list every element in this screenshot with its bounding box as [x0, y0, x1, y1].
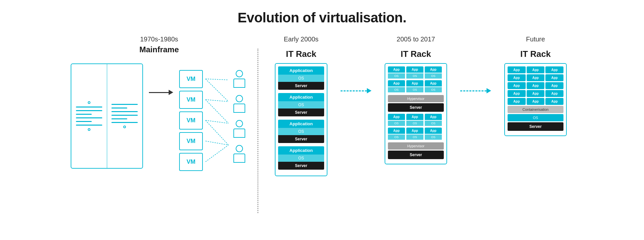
- user-body-1: [233, 79, 245, 88]
- f-app-9: App: [545, 82, 563, 89]
- era-early2000s: Early 2000s IT Rack Application OS Serve…: [275, 36, 327, 176]
- future-app-grid-3: App App App: [508, 82, 563, 89]
- era-2017-label: 2005 to 2017: [397, 36, 435, 43]
- line-1: [76, 107, 102, 108]
- future-app-grid-2: App App App: [508, 74, 563, 81]
- arrow-dotted-line-1: [341, 90, 367, 91]
- line-r1: [111, 104, 138, 105]
- mini-os-2: OS: [406, 73, 423, 79]
- arrow-dotted-shape-1: [341, 88, 371, 93]
- svg-line-4: [205, 120, 228, 123]
- f-app-14: App: [527, 98, 545, 105]
- rack-group-3: Application OS Server: [278, 120, 324, 145]
- separator-1: [257, 49, 258, 213]
- rack-os-4: OS: [278, 155, 324, 162]
- mini-app-4: App: [388, 80, 405, 86]
- rack-group-1: Application OS Server: [278, 66, 324, 92]
- os-bar: OS: [508, 114, 563, 121]
- mini-app-8: App: [406, 114, 423, 120]
- arrow-line: [149, 92, 169, 93]
- f-app-6: App: [545, 74, 563, 81]
- vm-app-row-1: App App App: [388, 66, 444, 73]
- mini-os-3: OS: [425, 73, 442, 79]
- mini-app-2: App: [406, 66, 423, 73]
- mainframe-arrow: [146, 90, 177, 95]
- rack-server-1: Server: [278, 82, 324, 90]
- era-mainframe-title: Mainframe: [139, 45, 179, 54]
- user-head-4: [236, 145, 243, 152]
- vm-section-top: App App App OS OS OS App App App: [388, 66, 444, 94]
- vm-os-row-1: OS OS OS: [388, 73, 444, 80]
- mainframe-dot-top: [88, 101, 90, 104]
- mini-app-9: App: [425, 114, 442, 120]
- era-future: Future IT Rack App App App App App App A…: [504, 36, 567, 136]
- vm-app-row-3: App App App: [388, 114, 444, 120]
- mainframe-lines-right: [111, 104, 138, 123]
- mini-os-10: OS: [388, 134, 405, 140]
- era-future-header: Future: [526, 36, 545, 45]
- rack-early2000s-title: IT Rack: [286, 49, 317, 59]
- mini-os-9: OS: [425, 121, 442, 126]
- server-bar-2: Server: [388, 151, 444, 159]
- f-app-7: App: [508, 82, 526, 89]
- rack-server-4: Server: [278, 162, 324, 170]
- f-app-15: App: [545, 98, 563, 105]
- line-5: [76, 121, 92, 122]
- line-6: [76, 125, 102, 126]
- rack-2017-title: IT Rack: [401, 49, 431, 59]
- vm-column: VM VM VM VM VM: [179, 70, 203, 171]
- line-r2: [111, 108, 127, 108]
- era-early2000s-header: Early 2000s: [284, 36, 319, 45]
- f-app-3: App: [545, 66, 563, 73]
- mainframe-dot-r-bottom: [123, 126, 126, 128]
- rack-group-4: Application OS Server: [278, 146, 324, 172]
- mini-app-7: App: [388, 114, 405, 120]
- rack-server-2: Server: [278, 108, 324, 116]
- mainframe-box: [71, 63, 143, 169]
- mini-app-10: App: [388, 128, 405, 134]
- arrow-dotted-1: [334, 88, 378, 93]
- era-2017: 2005 to 2017 IT Rack App App App OS OS O…: [385, 36, 447, 164]
- rack-early2000s: IT Rack Application OS Server Applicatio…: [275, 49, 327, 176]
- mainframe-panel-right: [107, 64, 143, 168]
- rack-early2000s-box: Application OS Server Application OS Ser…: [275, 63, 327, 176]
- rack-app-4: Application: [278, 146, 324, 155]
- era-future-label: Future: [526, 36, 545, 43]
- hypervisor-bar-1: Hypervisor: [388, 95, 444, 102]
- future-app-grid-4: App App App: [508, 90, 563, 97]
- vm-app-row-2: App App App: [388, 80, 444, 86]
- svg-line-5: [205, 120, 228, 145]
- rack-future: IT Rack App App App App App App App App …: [504, 49, 567, 136]
- future-app-grid-5: App App App: [508, 98, 563, 105]
- vm-section-bottom: App App App OS OS OS App App App: [388, 114, 444, 141]
- mini-os-8: OS: [406, 121, 423, 126]
- vm-box-3: VM: [179, 111, 203, 130]
- f-app-8: App: [527, 82, 545, 89]
- arrow-solid: [149, 90, 173, 95]
- mini-os-4: OS: [388, 87, 405, 92]
- mini-os-11: OS: [406, 134, 423, 140]
- era-early2000s-label: Early 2000s: [284, 36, 319, 43]
- arrow-dotted-2: [454, 88, 498, 93]
- arrow-dotted-shape-2: [460, 88, 491, 93]
- mini-app-12: App: [425, 128, 442, 134]
- mini-os-6: OS: [425, 87, 442, 92]
- era-mainframe: 1970s-1980s Mainframe: [71, 36, 248, 182]
- arrow-head: [169, 90, 173, 95]
- mini-app-3: App: [425, 66, 442, 73]
- vm-os-row-4: OS OS OS: [388, 134, 444, 141]
- f-app-11: App: [527, 90, 545, 97]
- era-2017-header: 2005 to 2017: [397, 36, 435, 45]
- svg-line-3: [205, 100, 228, 123]
- rack-2017-box: App App App OS OS OS App App App: [385, 63, 447, 164]
- page-title: Evolution of virtualisation.: [238, 10, 406, 26]
- rack-2017: IT Rack App App App OS OS OS App: [385, 49, 447, 164]
- user-head-3: [236, 120, 243, 127]
- mini-app-1: App: [388, 66, 405, 73]
- vm-box-2: VM: [179, 91, 203, 109]
- mainframe-diagram: VM VM VM VM VM: [71, 63, 248, 182]
- mini-os-12: OS: [425, 134, 442, 140]
- mini-app-6: App: [425, 80, 442, 86]
- hypervisor-bar-2: Hypervisor: [388, 142, 444, 150]
- future-app-grid-1: App App App: [508, 66, 563, 73]
